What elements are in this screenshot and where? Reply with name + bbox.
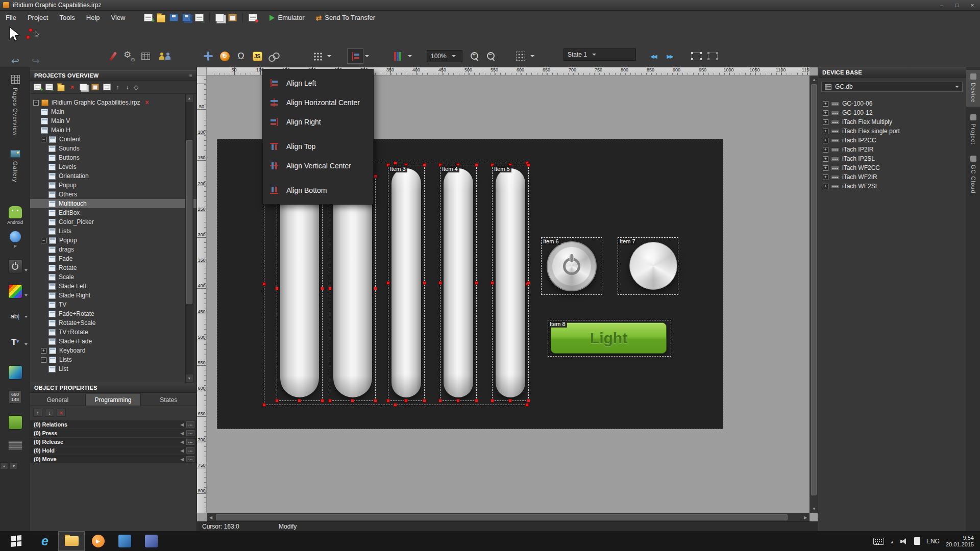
selection-handle[interactable] [321, 287, 324, 290]
gallery-tab[interactable]: Gallery [0, 150, 30, 183]
device-expander-icon[interactable] [823, 165, 828, 171]
collapse-arrow-icon[interactable] [181, 431, 184, 436]
device-expander-icon[interactable] [823, 138, 828, 143]
grid-toggle-button[interactable] [137, 48, 154, 64]
device-tree-item[interactable]: iTach WF2IR [818, 172, 966, 182]
device-expander-icon[interactable] [823, 101, 828, 107]
tree-item[interactable]: Slade Left [30, 282, 197, 291]
tree-item[interactable]: Main H [30, 126, 197, 135]
property-row[interactable]: (0) Release [30, 438, 197, 446]
property-row[interactable]: (0) Hold [30, 446, 197, 455]
selection-handle[interactable] [328, 287, 332, 290]
light-button[interactable]: Light [551, 322, 667, 354]
selection-handle[interactable] [351, 399, 354, 403]
scroll-down-button[interactable]: ▼ [10, 462, 18, 469]
selection-handle[interactable] [527, 163, 530, 167]
selection-handle[interactable] [298, 399, 301, 403]
tree-item[interactable]: Others [30, 190, 197, 199]
minimize-button[interactable]: – [934, 0, 949, 10]
tree-item[interactable]: TV+Rotate [30, 328, 197, 337]
delete-tool-button[interactable] [105, 48, 121, 64]
tree-item[interactable]: Lists [30, 355, 197, 364]
more-button[interactable] [186, 439, 194, 445]
property-row[interactable]: (0) Press [30, 429, 197, 437]
tree-item[interactable]: Color_Picker [30, 217, 197, 227]
copy-icon[interactable] [215, 14, 224, 21]
selection-handle[interactable] [525, 403, 529, 407]
tree-item[interactable]: drags [30, 245, 197, 254]
tree-expander-icon[interactable] [41, 348, 46, 354]
prev-state-button[interactable] [645, 48, 662, 64]
users-button[interactable] [154, 48, 176, 64]
scroll-right-button[interactable]: ▶ [801, 513, 810, 521]
tree-item[interactable]: Levels [30, 162, 197, 171]
level-slider[interactable] [391, 168, 421, 397]
maximize-button[interactable]: □ [949, 0, 965, 10]
selection-handle[interactable] [374, 287, 377, 290]
dots-grid-button[interactable] [309, 48, 326, 64]
color-item-tool[interactable] [0, 284, 30, 298]
device-tree-item[interactable]: iTach WF2CC [818, 163, 966, 172]
tree-item[interactable]: Scale [30, 272, 197, 282]
selection-handle[interactable] [423, 163, 426, 167]
align-menu-item[interactable]: Align Horizontal Center [263, 93, 373, 112]
keyboard-icon[interactable] [873, 538, 884, 545]
start-button[interactable] [0, 531, 32, 551]
tree-item[interactable]: Orientation [30, 171, 197, 181]
properties-tab[interactable]: Programming [86, 394, 141, 406]
more-button[interactable] [186, 421, 194, 428]
more-button[interactable] [186, 430, 194, 436]
clock[interactable]: 9:54 20.01.2015 [946, 535, 974, 548]
save-all-icon[interactable] [182, 14, 191, 21]
selection-handle[interactable] [508, 399, 512, 403]
align-menu-item[interactable]: Align Vertical Center [263, 156, 373, 176]
device-expander-icon[interactable] [823, 119, 828, 125]
level-item-selection[interactable]: Item 4 [440, 165, 477, 401]
gradient-tool[interactable] [0, 365, 30, 380]
taskbar-app-1[interactable] [111, 531, 138, 551]
selection-handle[interactable] [262, 403, 266, 407]
scrollbar-thumb[interactable] [811, 84, 817, 495]
tree-item[interactable]: Popup [30, 181, 197, 190]
more-button[interactable] [186, 456, 194, 462]
side-tab[interactable]: Device [966, 70, 980, 107]
selection-handle[interactable] [394, 161, 397, 165]
state-combo[interactable]: State 1 [564, 48, 636, 61]
device-expander-icon[interactable] [823, 129, 828, 134]
selection-handle[interactable] [475, 281, 478, 285]
pages-overview-tab[interactable]: Pages Overview [0, 75, 30, 136]
tree-expander-icon[interactable] [41, 357, 46, 363]
device-tree-item[interactable]: GC-100-12 [818, 108, 966, 117]
copy-page-icon[interactable] [80, 84, 87, 90]
tree-item[interactable]: iRidium Graphic Capabilities.irpz [30, 98, 197, 107]
selection-handle[interactable] [438, 281, 442, 285]
tree-item[interactable]: Sounds [30, 144, 197, 153]
undo-button[interactable] [7, 53, 23, 68]
menubar-item[interactable]: File [0, 11, 22, 24]
selection-handle[interactable] [374, 399, 377, 403]
selection-handle[interactable] [386, 399, 390, 403]
move-down-icon[interactable]: ↓ [124, 84, 131, 91]
more-button[interactable] [186, 447, 194, 454]
device-tree-item[interactable]: iTach IP2CC [818, 136, 966, 145]
delete-item-icon[interactable]: × [68, 83, 76, 91]
selection-handle[interactable] [527, 281, 530, 285]
selection-handle[interactable] [321, 399, 324, 403]
tree-item[interactable]: List [30, 364, 197, 373]
device-tree-item[interactable]: iTach IP2SL [818, 154, 966, 163]
colors-button[interactable] [390, 48, 406, 64]
selection-handle[interactable] [491, 399, 494, 403]
add-folder-icon[interactable] [57, 85, 64, 91]
scroll-left-button[interactable]: ◀ [207, 513, 215, 521]
close-button[interactable]: × [965, 0, 980, 10]
collapse-arrow-icon[interactable] [181, 457, 184, 462]
level-item-selection[interactable]: Item 3 [388, 165, 425, 401]
volume-icon[interactable] [900, 538, 908, 545]
selection-handle[interactable] [275, 399, 279, 403]
scroll-down-button[interactable]: ▼ [810, 505, 818, 513]
tree-item[interactable]: Main [30, 107, 197, 116]
language-indicator[interactable]: ENG [926, 538, 940, 545]
tree-item[interactable]: Slade Right [30, 291, 197, 300]
scrollbar-thumb[interactable] [216, 514, 788, 520]
diamond-icon[interactable]: ◇ [134, 84, 138, 91]
